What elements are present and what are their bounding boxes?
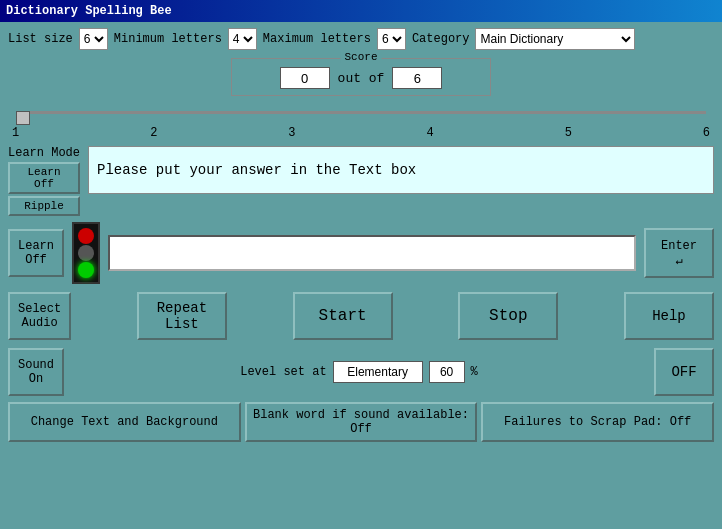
learn-off-toggle-button[interactable]: LearnOff <box>8 229 64 277</box>
footer-row: Change Text and Background Blank word if… <box>8 402 714 442</box>
help-button[interactable]: Help <box>624 292 714 340</box>
slider-label-4: 4 <box>426 126 433 140</box>
learn-mode-label: Learn Mode <box>8 146 80 160</box>
slider-container <box>8 102 714 124</box>
traffic-light-icon <box>72 222 100 284</box>
slider-label-5: 5 <box>565 126 572 140</box>
list-size-select[interactable]: 6 4578 <box>79 28 108 50</box>
level-label: Level set at <box>240 365 326 379</box>
red-light <box>78 228 94 244</box>
title-text: Dictionary Spelling Bee <box>6 4 172 18</box>
change-text-bg-button[interactable]: Change Text and Background <box>8 402 241 442</box>
failures-scrap-button[interactable]: Failures to Scrap Pad: Off <box>481 402 714 442</box>
slider-label-3: 3 <box>288 126 295 140</box>
level-value-input[interactable] <box>333 361 423 383</box>
slider-labels: 1 2 3 4 5 6 <box>8 126 714 140</box>
bottom-row: SoundOn Level set at % OFF <box>8 348 714 396</box>
level-section: Level set at % <box>240 361 478 383</box>
score-current[interactable] <box>280 67 330 89</box>
stop-button[interactable]: Stop <box>458 292 558 340</box>
blank-word-button[interactable]: Blank word if sound available: Off <box>245 402 478 442</box>
list-size-label: List size <box>8 32 73 46</box>
display-box: Please put your answer in the Text box <box>88 146 714 194</box>
category-select[interactable]: Main Dictionary EasyMediumHard <box>475 28 635 50</box>
input-row: LearnOff Enter↵ <box>8 222 714 284</box>
slider-label-2: 2 <box>150 126 157 140</box>
max-letters-label: Maximum letters <box>263 32 371 46</box>
sound-on-button[interactable]: SoundOn <box>8 348 64 396</box>
slider-label-6: 6 <box>703 126 710 140</box>
start-button[interactable]: Start <box>293 292 393 340</box>
action-row: SelectAudio RepeatList Start Stop Help <box>8 292 714 340</box>
enter-symbol: ↵ <box>675 253 682 268</box>
repeat-list-button[interactable]: RepeatList <box>137 292 227 340</box>
progress-slider[interactable] <box>16 104 706 120</box>
score-legend: Score <box>340 51 381 63</box>
top-controls: List size 6 4578 Minimum letters 4 2356 … <box>8 28 714 50</box>
display-text: Please put your answer in the Text box <box>97 162 416 178</box>
score-box: Score out of <box>231 58 491 96</box>
mode-section: Learn Mode LearnOff Ripple Please put yo… <box>8 146 714 216</box>
out-of-label: out of <box>338 71 385 86</box>
min-letters-select[interactable]: 4 2356 <box>228 28 257 50</box>
max-letters-select[interactable]: 6 4578 <box>377 28 406 50</box>
select-audio-button[interactable]: SelectAudio <box>8 292 71 340</box>
title-bar: Dictionary Spelling Bee <box>0 0 722 22</box>
score-total[interactable] <box>392 67 442 89</box>
level-pct-input[interactable] <box>429 361 465 383</box>
green-light <box>78 262 94 278</box>
learn-off-button[interactable]: LearnOff <box>8 162 80 194</box>
off-button[interactable]: OFF <box>654 348 714 396</box>
enter-button[interactable]: Enter↵ <box>644 228 714 278</box>
ripple-button[interactable]: Ripple <box>8 196 80 216</box>
category-label: Category <box>412 32 470 46</box>
answer-input[interactable] <box>108 235 636 271</box>
min-letters-label: Minimum letters <box>114 32 222 46</box>
mode-buttons: Learn Mode LearnOff Ripple <box>8 146 80 216</box>
slider-label-1: 1 <box>12 126 19 140</box>
yellow-light <box>78 245 94 261</box>
pct-symbol: % <box>471 365 478 379</box>
